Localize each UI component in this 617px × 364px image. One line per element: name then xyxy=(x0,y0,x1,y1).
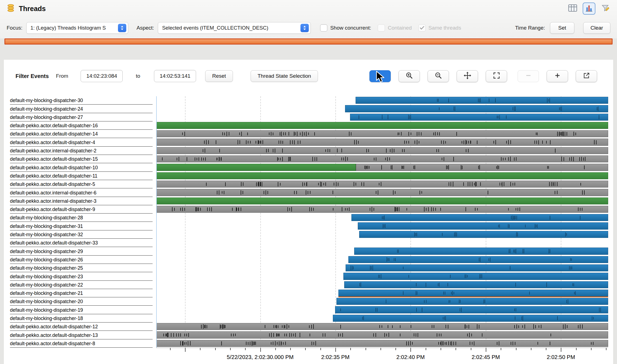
thread-label[interactable]: default-my-blocking-dispatcher-21 xyxy=(10,289,153,297)
thread-label[interactable]: default-pekko.actor.default-dispatcher-1… xyxy=(10,331,153,339)
thread-state-bar[interactable] xyxy=(359,231,608,238)
thread-state-bar[interactable] xyxy=(354,248,608,254)
thread-label[interactable]: default-pekko.actor.internal-dispatcher-… xyxy=(10,147,153,155)
zoom-in-button[interactable] xyxy=(399,70,420,82)
thread-state-bar[interactable] xyxy=(333,315,608,322)
time-range-strip[interactable] xyxy=(4,38,613,45)
thread-label[interactable]: default-my-blocking-dispatcher-29 xyxy=(10,247,153,255)
timeline-lanes[interactable] xyxy=(156,96,608,348)
thread-state-bar[interactable] xyxy=(156,197,608,204)
table-view-icon[interactable] xyxy=(568,4,577,13)
thread-lane[interactable] xyxy=(156,289,608,297)
thread-state-bar[interactable] xyxy=(348,256,608,263)
thread-label[interactable]: default-my-blocking-dispatcher-19 xyxy=(10,306,153,314)
thread-state-bar[interactable] xyxy=(156,181,608,188)
thread-lane[interactable] xyxy=(156,331,608,339)
thread-state-bar[interactable] xyxy=(156,164,356,171)
thread-state-bar[interactable] xyxy=(336,298,608,305)
thread-lane[interactable] xyxy=(156,172,608,180)
thread-label[interactable]: default-my-blocking-dispatcher-23 xyxy=(10,272,153,280)
thread-label[interactable]: default-pekko.actor.internal-dispatcher-… xyxy=(10,188,153,197)
thread-state-bar[interactable] xyxy=(156,147,608,154)
thread-label[interactable]: default-my-blocking-dispatcher-26 xyxy=(10,256,153,264)
thread-lane[interactable] xyxy=(156,105,608,113)
time-range-clear-button[interactable]: Clear xyxy=(583,22,610,34)
thread-label[interactable]: default-my-blocking-dispatcher-28 xyxy=(10,214,153,222)
thread-state-bar[interactable] xyxy=(156,139,608,145)
thread-state-bar[interactable] xyxy=(356,97,608,104)
thread-lane[interactable] xyxy=(156,264,608,272)
thread-state-bar[interactable] xyxy=(356,164,608,171)
thread-state-bar[interactable] xyxy=(351,214,608,221)
thread-lane[interactable] xyxy=(156,130,608,138)
show-concurrent-checkbox[interactable] xyxy=(320,24,327,32)
thread-state-bar[interactable] xyxy=(156,331,608,338)
thread-label[interactable]: default-my-blocking-dispatcher-25 xyxy=(10,264,153,272)
thread-label[interactable]: default-my-blocking-dispatcher-20 xyxy=(10,297,153,306)
thread-label[interactable]: default-pekko.actor.default-dispatcher-1… xyxy=(10,323,153,331)
aspect-select[interactable]: Selected events (ITEM_COLLECTION_DESC) xyxy=(158,22,311,34)
thread-lane[interactable] xyxy=(156,96,608,105)
thread-lane[interactable] xyxy=(156,281,608,289)
thread-label[interactable]: default-pekko.actor.default-dispatcher-8 xyxy=(10,339,153,348)
open-in-new-button[interactable] xyxy=(576,70,597,82)
thread-lane[interactable] xyxy=(156,180,608,188)
thread-lane[interactable] xyxy=(156,272,608,280)
thread-state-bar[interactable] xyxy=(338,290,608,297)
thread-state-bar[interactable] xyxy=(156,172,608,179)
thread-label[interactable]: default-my-blocking-dispatcher-24 xyxy=(10,105,153,113)
thread-state-bar[interactable] xyxy=(335,306,608,313)
thread-lane[interactable] xyxy=(156,323,608,331)
thread-label[interactable]: default-my-blocking-dispatcher-27 xyxy=(10,113,153,121)
thread-lane[interactable] xyxy=(156,306,608,314)
thread-lane[interactable] xyxy=(156,247,608,255)
thread-lane[interactable] xyxy=(156,197,608,205)
thread-lane[interactable] xyxy=(156,155,608,163)
thread-label[interactable]: default-pekko.actor.default-dispatcher-3… xyxy=(10,239,153,247)
thread-lane[interactable] xyxy=(156,314,608,323)
plus-button[interactable] xyxy=(547,70,568,82)
thread-lane[interactable] xyxy=(156,256,608,264)
thread-state-bar[interactable] xyxy=(156,189,608,196)
histogram-view-toggle[interactable] xyxy=(583,2,595,15)
thread-lane[interactable] xyxy=(156,205,608,214)
thread-label[interactable]: default-pekko.actor.default-dispatcher-5 xyxy=(10,180,153,188)
thread-lane[interactable] xyxy=(156,214,608,222)
thread-label[interactable]: default-pekko.actor.internal-dispatcher-… xyxy=(10,197,153,205)
thread-lane[interactable] xyxy=(156,163,608,171)
thread-lane[interactable] xyxy=(156,230,608,239)
thread-lane[interactable] xyxy=(156,297,608,306)
thread-state-bar[interactable] xyxy=(156,155,608,162)
fit-to-window-button[interactable] xyxy=(486,70,507,82)
thread-label[interactable]: default-my-blocking-dispatcher-32 xyxy=(10,230,153,239)
thread-label[interactable]: default-my-blocking-dispatcher-31 xyxy=(10,222,153,230)
thread-label[interactable]: default-my-blocking-dispatcher-22 xyxy=(10,281,153,289)
thread-label[interactable]: default-pekko.actor.default-dispatcher-1… xyxy=(10,172,153,180)
thread-lane[interactable] xyxy=(156,222,608,230)
thread-lane[interactable] xyxy=(156,113,608,121)
thread-label[interactable]: default-pekko.actor.default-dispatcher-9 xyxy=(10,205,153,214)
thread-label[interactable]: default-pekko.actor.default-dispatcher-1… xyxy=(10,121,153,130)
thread-state-bar[interactable] xyxy=(156,122,608,129)
reset-button[interactable]: Reset xyxy=(205,70,233,82)
thread-label[interactable]: default-pekko.actor.default-dispatcher-1… xyxy=(10,130,153,138)
zoom-out-button[interactable] xyxy=(428,70,449,82)
thread-label[interactable]: default-pekko.actor.default-dispatcher-1… xyxy=(10,155,153,163)
filter-to-input[interactable] xyxy=(154,70,196,82)
focus-select[interactable]: 1: (Legacy) Threads Histogram S xyxy=(26,22,128,34)
thread-state-bar[interactable] xyxy=(344,281,608,288)
thread-lane[interactable] xyxy=(156,138,608,146)
filter-edit-icon[interactable] xyxy=(601,4,610,13)
thread-state-bar[interactable] xyxy=(343,273,608,280)
thread-state-bar[interactable] xyxy=(156,323,608,330)
thread-state-bar[interactable] xyxy=(156,340,608,347)
time-range-set-button[interactable]: Set xyxy=(550,22,574,34)
thread-label[interactable]: default-my-blocking-dispatcher-18 xyxy=(10,314,153,323)
thread-state-bar[interactable] xyxy=(350,114,608,121)
pan-button[interactable] xyxy=(457,70,478,82)
thread-label[interactable]: default-pekko.actor.default-dispatcher-1… xyxy=(10,163,153,171)
thread-label[interactable]: default-pekko.actor.default-dispatcher-4 xyxy=(10,138,153,146)
thread-state-bar[interactable] xyxy=(156,206,608,213)
thread-state-bar[interactable] xyxy=(345,105,608,112)
thread-lane[interactable] xyxy=(156,147,608,155)
